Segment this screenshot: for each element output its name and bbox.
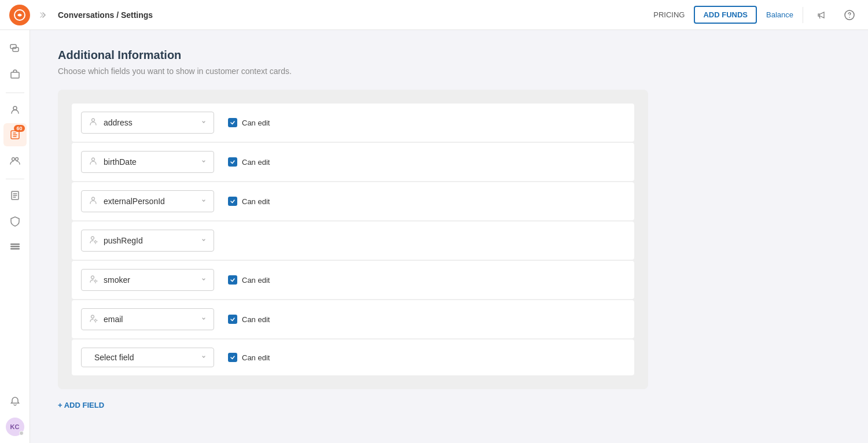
field-label-birthDate: birthDate (104, 157, 196, 167)
can-edit-checkbox-wrap-birthDate: Can edit (228, 157, 270, 167)
topbar-right: PRICING ADD FUNDS Balance (653, 6, 859, 24)
avatar-status-dot (19, 431, 24, 435)
app-logo[interactable] (9, 5, 30, 25)
topbar-divider (803, 7, 803, 23)
can-edit-checkbox-wrap-email: Can edit (228, 315, 270, 324)
reports-badge: 60 (14, 125, 24, 132)
field-row: address Can edit (72, 104, 634, 142)
breadcrumb: Conversations / Settings (58, 10, 153, 20)
expand-nav-button[interactable] (35, 6, 53, 24)
can-edit-checkbox-wrap-externalPersonId: Can edit (228, 197, 270, 206)
svg-point-21 (91, 315, 94, 318)
sidebar-item-chat[interactable] (3, 37, 27, 60)
add-funds-button[interactable]: ADD FUNDS (694, 6, 757, 24)
field-chevron-pushRegId (201, 237, 207, 245)
svg-point-2 (849, 17, 850, 18)
balance-link[interactable]: Balance (766, 10, 793, 19)
avatar[interactable]: KC (6, 418, 24, 436)
field-chevron-email (201, 315, 207, 323)
megaphone-icon[interactable] (812, 6, 831, 24)
sidebar-item-audit[interactable] (3, 209, 27, 232)
add-field-button[interactable]: + ADD FIELD (58, 398, 104, 412)
svg-point-8 (12, 158, 14, 161)
content-area: Additional Information Choose which fiel… (30, 30, 868, 443)
fields-card: address Can edit birthDate Can edit (58, 90, 648, 389)
can-edit-label-address: Can edit (242, 119, 270, 127)
sidebar-item-settings2[interactable] (3, 235, 27, 258)
svg-rect-13 (10, 248, 20, 250)
field-select-select_field[interactable]: Select field (81, 348, 214, 367)
svg-point-17 (91, 237, 94, 239)
field-chevron-address (201, 119, 207, 127)
person-icon-externalPersonId (89, 195, 98, 207)
sidebar-divider-1 (6, 93, 24, 93)
field-row: Select field Can edit (72, 339, 634, 375)
field-label-address: address (104, 118, 196, 127)
sidebar-item-notes[interactable] (3, 184, 27, 207)
svg-rect-11 (10, 243, 20, 245)
can-edit-checkbox-wrap-address: Can edit (228, 118, 270, 127)
field-select-pushRegId[interactable]: pushRegId (81, 230, 214, 252)
person-icon-birthDate (89, 156, 98, 168)
can-edit-checkbox-externalPersonId[interactable] (228, 197, 237, 206)
field-label-smoker: smoker (104, 275, 196, 285)
field-label-email: email (104, 315, 196, 324)
sidebar-item-notifications[interactable] (3, 390, 27, 413)
svg-point-19 (91, 276, 94, 279)
can-edit-label-email: Can edit (242, 315, 270, 324)
field-chevron-birthDate (201, 158, 207, 166)
sidebar-item-shop[interactable] (3, 62, 27, 86)
pricing-link[interactable]: PRICING (653, 10, 685, 19)
sidebar-divider-2 (6, 179, 24, 179)
field-chevron-externalPersonId (201, 197, 207, 205)
svg-rect-5 (11, 72, 19, 78)
svg-point-15 (92, 158, 95, 161)
sidebar-item-contacts[interactable] (3, 98, 27, 121)
field-label-pushRegId: pushRegId (104, 236, 196, 245)
help-icon[interactable] (840, 6, 859, 24)
can-edit-checkbox-address[interactable] (228, 118, 237, 127)
field-select-birthDate[interactable]: birthDate (81, 151, 214, 173)
main-layout: 60 (0, 30, 868, 443)
can-edit-label-smoker: Can edit (242, 276, 270, 285)
field-select-address[interactable]: address (81, 112, 214, 134)
svg-point-6 (13, 106, 17, 110)
field-row: email Can edit (72, 300, 634, 338)
can-edit-label-select_field: Can edit (242, 353, 270, 362)
field-select-smoker[interactable]: smoker (81, 269, 214, 291)
can-edit-checkbox-birthDate[interactable] (228, 157, 237, 167)
field-row: smoker Can edit (72, 261, 634, 299)
person-settings-icon-smoker (89, 274, 98, 286)
field-label-externalPersonId: externalPersonId (104, 197, 196, 206)
can-edit-label-externalPersonId: Can edit (242, 197, 270, 206)
field-row: pushRegId (72, 221, 634, 260)
person-icon-address (89, 117, 98, 128)
svg-point-16 (92, 197, 95, 200)
section-subtitle: Choose which fields you want to show in … (58, 67, 840, 76)
person-settings-icon-email (89, 313, 98, 325)
can-edit-checkbox-smoker[interactable] (228, 275, 237, 285)
can-edit-checkbox-select_field[interactable] (228, 353, 237, 362)
can-edit-label-birthDate: Can edit (242, 158, 270, 167)
field-row: birthDate Can edit (72, 143, 634, 181)
sidebar-item-team[interactable] (3, 149, 27, 172)
field-chevron-select_field (201, 353, 207, 361)
svg-point-9 (15, 158, 18, 161)
can-edit-checkbox-wrap-smoker: Can edit (228, 275, 270, 285)
sidebar-item-reports[interactable]: 60 (3, 123, 27, 146)
svg-rect-12 (10, 246, 20, 248)
field-select-externalPersonId[interactable]: externalPersonId (81, 190, 214, 212)
field-chevron-smoker (201, 276, 207, 284)
svg-point-14 (92, 119, 95, 121)
can-edit-checkbox-wrap-select_field: Can edit (228, 353, 270, 362)
section-title: Additional Information (58, 49, 840, 62)
can-edit-checkbox-email[interactable] (228, 315, 237, 324)
sidebar-bottom: KC (3, 390, 27, 436)
person-settings-icon-pushRegId (89, 235, 98, 246)
topbar: Conversations / Settings PRICING ADD FUN… (0, 0, 868, 30)
sidebar: 60 (0, 30, 30, 443)
field-select-email[interactable]: email (81, 308, 214, 330)
field-row: externalPersonId Can edit (72, 182, 634, 220)
field-label-select_field: Select field (94, 353, 196, 362)
